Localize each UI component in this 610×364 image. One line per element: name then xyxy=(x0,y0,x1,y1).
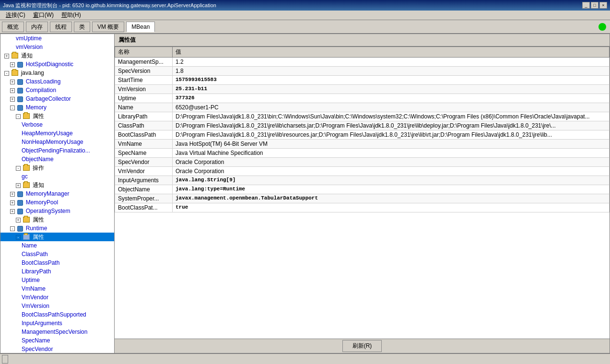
table-row[interactable]: InputArgumentsjava.lang.String[9] xyxy=(115,176,610,185)
expand-icon-attr3[interactable]: - xyxy=(16,235,21,240)
table-row[interactable]: SpecVendorOracle Corporation xyxy=(115,158,610,167)
tree-item-vmname[interactable]: VmName xyxy=(0,284,114,293)
tree-item-notification[interactable]: + 通知 xyxy=(0,51,114,60)
expand-icon-notification[interactable]: + xyxy=(4,54,9,59)
tree-link-bootpathsupported[interactable]: BootClassPathSupported xyxy=(22,311,86,318)
tree-link-vmUptime[interactable]: vmUptime xyxy=(16,35,42,42)
menu-window[interactable]: 窗口(W) xyxy=(29,10,58,20)
tree-item-vmvendor[interactable]: VmVendor xyxy=(0,293,114,302)
tree-item-attr1[interactable]: - 属性 xyxy=(0,112,114,120)
tree-item-compilation[interactable]: + Compilation xyxy=(0,86,114,94)
tab-vm[interactable]: VM 概要 xyxy=(92,22,124,32)
tree-item-nonheap[interactable]: NonHeapMemoryUsage xyxy=(0,138,114,146)
tree-item-runtime[interactable]: - Runtime xyxy=(0,224,114,233)
tree-item-vmversion2[interactable]: VmVersion xyxy=(0,302,114,310)
tree-item-notification2[interactable]: + 通知 xyxy=(0,181,114,189)
expand-icon-memmanager[interactable]: + xyxy=(10,192,15,197)
tree-link-vmVersion[interactable]: vmVersion xyxy=(16,44,43,50)
expand-icon-attr1[interactable]: - xyxy=(16,114,21,119)
expand-icon-hotspot[interactable]: + xyxy=(10,62,15,67)
tree-item-hotspot[interactable]: + HotSpotDiagnostic xyxy=(0,60,114,69)
tree-link-bootclasspath[interactable]: BootClassPath xyxy=(22,259,59,266)
tree-link-objpending[interactable]: ObjectPendingFinalizatio... xyxy=(22,147,90,154)
tree-item-specname[interactable]: SpecName xyxy=(0,336,114,345)
tree-item-classpath[interactable]: ClassPath xyxy=(0,250,114,258)
tree-link-memory[interactable]: Memory xyxy=(26,104,47,111)
tree-link-objname1[interactable]: ObjectName xyxy=(22,156,54,163)
expand-icon-os[interactable]: + xyxy=(10,209,15,214)
tree-panel[interactable]: vmUptime vmVersion + 通知 + HotSpotDiagnos… xyxy=(0,34,114,353)
tree-link-os[interactable]: OperatingSystem xyxy=(26,208,70,214)
tree-link-classloading[interactable]: ClassLoading xyxy=(26,78,61,85)
tree-item-gc[interactable]: + GarbageCollector xyxy=(0,94,114,103)
tree-item-verbose[interactable]: Verbose xyxy=(0,120,114,129)
tree-item-classloading[interactable]: + ClassLoading xyxy=(0,77,114,86)
tree-link-specvendor[interactable]: SpecVendor xyxy=(22,346,53,352)
tab-threads[interactable]: 线程 xyxy=(50,22,72,32)
expand-icon-memory[interactable]: - xyxy=(10,106,15,110)
tree-item-mempool[interactable]: + MemoryPool xyxy=(0,198,114,207)
tree-item-vmVersion[interactable]: vmVersion xyxy=(0,43,114,51)
tree-link-vmvendor[interactable]: VmVendor xyxy=(22,294,48,301)
table-row[interactable]: LibraryPathD:\Program Files\Java\jdk1.8.… xyxy=(115,112,610,121)
close-button[interactable]: × xyxy=(599,2,607,9)
table-row[interactable]: ObjectNamejava.lang:type=Runtime xyxy=(115,185,610,194)
minimize-button[interactable]: _ xyxy=(582,2,590,9)
tree-link-runtime[interactable]: Runtime xyxy=(26,225,47,232)
tree-link-mempool[interactable]: MemoryPool xyxy=(26,199,58,206)
tab-memory[interactable]: 内存 xyxy=(26,22,48,32)
tree-item-attr2[interactable]: + 属性 xyxy=(0,215,114,224)
tree-link-vmname[interactable]: VmName xyxy=(22,285,46,292)
tree-link-uptime[interactable]: Uptime xyxy=(22,277,40,283)
tree-link-verbose[interactable]: Verbose xyxy=(22,121,43,128)
attributes-table-wrapper[interactable]: 名称 值 ManagementSp...1.2SpecVersion1.8Sta… xyxy=(115,47,610,339)
tree-item-inputargs[interactable]: InputArguments xyxy=(0,319,114,328)
expand-icon-javalang[interactable]: - xyxy=(4,71,9,76)
tree-item-specvendor[interactable]: SpecVendor xyxy=(0,345,114,353)
table-row[interactable]: SpecVersion1.8 xyxy=(115,67,610,76)
tree-link-gc[interactable]: GarbageCollector xyxy=(26,95,71,102)
tree-link-gcoperation[interactable]: gc xyxy=(22,173,28,180)
tree-item-librarypath[interactable]: LibraryPath xyxy=(0,267,114,276)
tree-item-uptime[interactable]: Uptime xyxy=(0,276,114,284)
tree-link-librarypath[interactable]: LibraryPath xyxy=(22,268,51,275)
menu-connect[interactable]: 连接(C) xyxy=(2,10,29,20)
tree-item-javalang[interactable]: - java.lang xyxy=(0,69,114,77)
tree-link-vmversion2[interactable]: VmVersion xyxy=(22,303,49,309)
tree-link-nonheap[interactable]: NonHeapMemoryUsage xyxy=(22,139,83,145)
expand-icon-mempool[interactable]: + xyxy=(10,200,15,205)
tree-item-attr3[interactable]: - 属性 xyxy=(0,233,114,241)
table-row[interactable]: StartTime1575993615583 xyxy=(115,76,610,85)
tree-link-name[interactable]: Name xyxy=(22,242,37,249)
table-row[interactable]: VmVendorOracle Corporation xyxy=(115,167,610,176)
table-row[interactable]: BootClassPathD:\Program Files\Java\jdk1.… xyxy=(115,130,610,140)
tree-item-mgmtspecver[interactable]: ManagementSpecVersion xyxy=(0,328,114,336)
table-row[interactable]: VmNameJava HotSpot(TM) 64-Bit Server VM xyxy=(115,140,610,149)
expand-icon-ops1[interactable]: - xyxy=(16,166,21,171)
tree-item-bootpathsupported[interactable]: BootClassPathSupported xyxy=(0,310,114,319)
tree-link-mgmtspecver[interactable]: ManagementSpecVersion xyxy=(22,329,87,335)
tree-item-ops1[interactable]: - 操作 xyxy=(0,164,114,172)
expand-icon-runtime[interactable]: - xyxy=(10,226,15,231)
tree-item-memmanager[interactable]: + MemoryManager xyxy=(0,189,114,198)
tree-link-specname[interactable]: SpecName xyxy=(22,337,50,344)
table-row[interactable]: Name6520@user1-PC xyxy=(115,103,610,112)
refresh-button[interactable]: 刷新(R) xyxy=(342,340,382,352)
tree-link-memmanager[interactable]: MemoryManager xyxy=(26,190,70,197)
tab-classes[interactable]: 类 xyxy=(74,22,90,32)
table-row[interactable]: VmVersion25.231-b11 xyxy=(115,85,610,94)
tree-link-heap[interactable]: HeapMemoryUsage xyxy=(22,130,73,137)
expand-icon-notification2[interactable]: + xyxy=(16,183,21,188)
tree-link-inputargs[interactable]: InputArguments xyxy=(22,320,62,327)
expand-icon-classloading[interactable]: + xyxy=(10,80,15,84)
table-row[interactable]: ManagementSp...1.2 xyxy=(115,58,610,67)
expand-icon-attr2[interactable]: + xyxy=(16,218,21,223)
table-row[interactable]: BootClassPat...true xyxy=(115,203,610,212)
tree-item-os[interactable]: + OperatingSystem xyxy=(0,207,114,215)
tree-item-memory[interactable]: - Memory xyxy=(0,103,114,112)
tree-item-objpending[interactable]: ObjectPendingFinalizatio... xyxy=(0,146,114,155)
tree-link-hotspot[interactable]: HotSpotDiagnostic xyxy=(26,61,73,68)
tree-item-gcoperation[interactable]: gc xyxy=(0,172,114,181)
tab-mbean[interactable]: MBean xyxy=(126,22,155,32)
table-row[interactable]: SpecNameJava Virtual Machine Specificati… xyxy=(115,149,610,158)
